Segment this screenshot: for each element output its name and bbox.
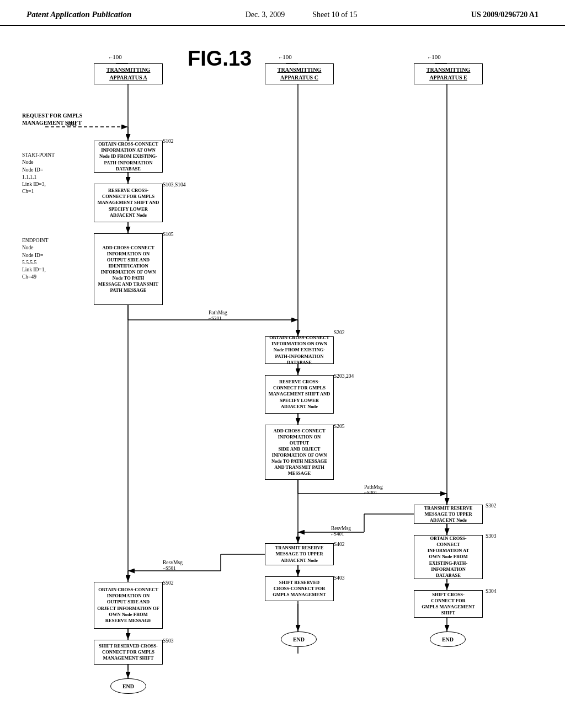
step-s303: S303 bbox=[486, 533, 497, 539]
step-s202: S202 bbox=[334, 330, 345, 335]
apparatus-a-label: TRANSMITTINGAPPARATUS A bbox=[98, 66, 159, 82]
end-oval-a: END bbox=[110, 678, 146, 694]
step-s203: S203,204 bbox=[334, 373, 354, 379]
box-s503: SHIFT RESERVED CROSS-CONNECT FOR GMPLSMA… bbox=[94, 640, 163, 665]
box-s105: ADD CROSS-CONNECTINFORMATION ONOUTPUT SI… bbox=[94, 233, 163, 305]
resmsg-s401: ResvMsg⌐S401 bbox=[331, 526, 351, 537]
step-s302: S302 bbox=[486, 503, 497, 508]
box-s205: ADD CROSS-CONNECTINFORMATION ON OUTPUTSI… bbox=[265, 425, 334, 480]
step-s101: S101 bbox=[66, 121, 77, 127]
apparatus-e-label: TRANSMITTINGAPPARATUS E bbox=[418, 66, 479, 82]
publication-date: Dec. 3, 2009 bbox=[246, 10, 285, 19]
pathmsg-s201: PathMsg⌐S201 bbox=[209, 310, 227, 321]
figure-title: FIG.13 bbox=[188, 47, 252, 71]
box-s403: SHIFT RESERVEDCROSS-CONNECT FORGMPLS MAN… bbox=[265, 576, 334, 601]
box-s202: OBTAIN CROSS-CONNECTINFORMATION ON OWNNo… bbox=[265, 336, 334, 364]
end-oval-e: END bbox=[430, 631, 466, 647]
box-s302: TRANSMIT RESERVEMESSAGE TO UPPERADJACENT… bbox=[414, 505, 483, 524]
step-s403: S403 bbox=[334, 575, 345, 581]
box-s203: RESERVE CROSS-CONNECT FOR GMPLSMANAGEMEN… bbox=[265, 375, 334, 414]
box-s502: OBTAIN CROSS-CONNECTINFORMATION ONOUTPUT… bbox=[94, 582, 163, 629]
box-s402: TRANSMIT RESERVEMESSAGE TO UPPERADJACENT… bbox=[265, 543, 334, 565]
step-s402: S402 bbox=[334, 542, 345, 547]
app-c-ref: ⌐100 bbox=[279, 53, 292, 60]
box-s103: RESERVE CROSS-CONNECT FOR GMPLSMANAGEMEN… bbox=[94, 184, 163, 222]
sheet-number: Sheet 10 of 15 bbox=[312, 10, 357, 19]
step-s102: S102 bbox=[163, 138, 174, 144]
app-a-ref: ⌐100 bbox=[109, 53, 122, 60]
apparatus-c-box: TRANSMITTINGAPPARATUS C bbox=[265, 63, 334, 84]
page-header: Patent Application Publication Dec. 3, 2… bbox=[0, 0, 565, 26]
patent-number: US 2009/0296720 A1 bbox=[471, 10, 539, 19]
resmsg-s501: ResvMsg⌐S501 bbox=[163, 560, 183, 571]
step-s103: S103,S104 bbox=[163, 182, 185, 188]
box-s304: SHIFT CROSS-CONNECT FORGMPLS MANAGEMENTS… bbox=[414, 590, 483, 618]
step-s205: S205 bbox=[334, 424, 345, 429]
step-s503: S503 bbox=[163, 638, 174, 644]
apparatus-c-label: TRANSMITTINGAPPARATUS C bbox=[269, 66, 330, 82]
apparatus-e-box: TRANSMITTINGAPPARATUS E bbox=[414, 63, 483, 84]
step-s304: S304 bbox=[486, 588, 497, 594]
apparatus-a-box: TRANSMITTINGAPPARATUS A bbox=[94, 63, 163, 84]
app-e-ref: ⌐100 bbox=[428, 53, 441, 60]
header-center: Dec. 3, 2009 Sheet 10 of 15 bbox=[246, 10, 358, 19]
box-s102: OBTAIN CROSS-CONNECTINFORMATION AT OWNNo… bbox=[94, 141, 163, 173]
end-oval-c: END bbox=[281, 631, 317, 647]
step-s105: S105 bbox=[163, 232, 174, 237]
endpoint-label: ENDPOINTNodeNode ID=5.5.5.5Link ID=1,Ch=… bbox=[22, 237, 49, 281]
start-point-label: START-POINTNodeNode ID=1.1.1.1Link ID=3,… bbox=[22, 152, 55, 196]
pathmsg-s301: PathMsg⌐S301 bbox=[364, 484, 383, 495]
box-s303: OBTAIN CROSS-CONNECTINFORMATION ATOWN No… bbox=[414, 535, 483, 579]
diagram-container: FIG.13 bbox=[0, 30, 565, 714]
publication-label: Patent Application Publication bbox=[26, 10, 131, 19]
step-s502: S502 bbox=[163, 580, 174, 586]
